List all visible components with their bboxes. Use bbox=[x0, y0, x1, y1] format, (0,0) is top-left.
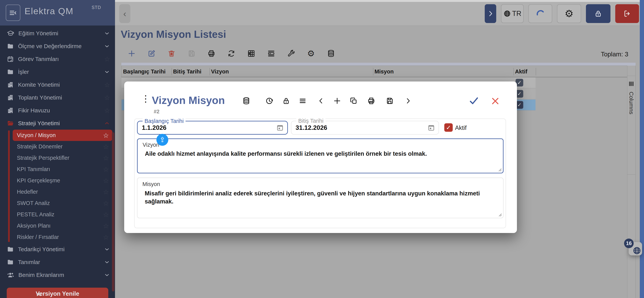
sidebar-item-tanimlar[interactable]: Tanımlar bbox=[0, 256, 115, 268]
sidebar-subitem-hedefler[interactable]: Hedefler☆ bbox=[13, 186, 112, 197]
settings-button[interactable]: ⚙ bbox=[307, 49, 315, 58]
sidebar-item-label: Ölçme ve Değerlendirme bbox=[18, 43, 82, 50]
column-divider[interactable] bbox=[210, 68, 210, 75]
menu-collapse-button[interactable] bbox=[6, 5, 20, 21]
favorite-star-icon[interactable]: ☆ bbox=[103, 166, 109, 173]
close-button[interactable] bbox=[491, 97, 500, 106]
favorite-star-icon[interactable]: ☆ bbox=[103, 234, 109, 240]
logout-button[interactable] bbox=[615, 4, 639, 23]
database-button[interactable] bbox=[242, 97, 251, 105]
favorite-star[interactable]: ☆ bbox=[104, 107, 110, 114]
add-button[interactable] bbox=[333, 97, 342, 105]
favorite-star-icon[interactable]: ☆ bbox=[103, 155, 109, 161]
copy-button[interactable] bbox=[349, 97, 358, 105]
calendar-icon[interactable] bbox=[428, 124, 435, 132]
start-date-field[interactable]: Başlangıç Tarihi 1.1.2026 bbox=[137, 121, 288, 135]
favorite-star-icon[interactable]: ☆ bbox=[103, 143, 109, 150]
favorite-star-icon[interactable]: ☆ bbox=[103, 177, 109, 184]
favorite-star-icon[interactable]: ☆ bbox=[103, 189, 109, 195]
favorite-star[interactable]: ☆ bbox=[104, 56, 110, 62]
excel-export-button[interactable] bbox=[247, 49, 256, 58]
end-date-field[interactable]: Bitiş Tarihi 31.12.2026 bbox=[291, 121, 439, 135]
add-button[interactable] bbox=[127, 49, 136, 58]
print-icon bbox=[208, 50, 216, 58]
sidebar-scrollbar[interactable] bbox=[112, 132, 114, 291]
sidebar-item-strateji-yonetimi[interactable]: Strateji Yönetimi bbox=[0, 117, 115, 130]
history-button[interactable] bbox=[265, 97, 274, 105]
sidebar-subitem-kpi-gerseklesme[interactable]: KPI Gerçekleşme☆ bbox=[13, 175, 112, 186]
menu-button[interactable] bbox=[298, 97, 307, 105]
chevron-left-button[interactable] bbox=[317, 97, 326, 105]
print-button[interactable] bbox=[367, 97, 376, 105]
tools-icon bbox=[287, 50, 295, 58]
sidebar-item-toplanti-yonetimi[interactable]: Toplantı Yönetimi☆ bbox=[0, 91, 115, 104]
notification-badge[interactable]: 16 bbox=[624, 238, 634, 248]
folder-icon bbox=[7, 259, 14, 265]
column-divider[interactable] bbox=[536, 68, 536, 75]
add-icon bbox=[333, 97, 341, 105]
sidebar-subitem-kpi-tanimlari[interactable]: KPI Tanımları☆ bbox=[13, 164, 112, 175]
column-divider[interactable] bbox=[373, 68, 373, 75]
edit-button[interactable] bbox=[147, 49, 156, 58]
sidebar-item-benim-ekranlarim[interactable]: Benim Ekranlarım bbox=[0, 268, 115, 281]
sidebar-item-gorev-tanimlari[interactable]: Görev Tanımları☆ bbox=[0, 53, 115, 65]
resize-handle-icon[interactable] bbox=[498, 168, 502, 172]
mission-textarea[interactable]: Misyon Misafir geri bildirimlerini anali… bbox=[137, 178, 504, 218]
loading-button[interactable] bbox=[528, 4, 552, 23]
kebab-menu-icon[interactable]: ⋮ bbox=[141, 94, 150, 104]
favorite-star[interactable]: ☆ bbox=[104, 82, 110, 88]
scroll-top-badge[interactable]: ⇪ bbox=[156, 134, 168, 146]
sidebar-item-eiitim-yonetimi[interactable]: Eğitim Yönetimi bbox=[0, 27, 115, 40]
refresh-button[interactable] bbox=[227, 49, 236, 58]
favorite-star-icon[interactable]: ☆ bbox=[103, 200, 109, 206]
favorite-star[interactable]: ☆ bbox=[104, 94, 110, 101]
print-button[interactable] bbox=[207, 49, 216, 58]
sidebar-header: Elektra QM STD bbox=[0, 0, 115, 26]
aktif-checkbox[interactable]: ✓ bbox=[444, 123, 453, 132]
resize-handle-icon[interactable] bbox=[498, 213, 502, 217]
sidebar-subitem-aksiyon-plani[interactable]: Aksiyon Planı☆ bbox=[13, 220, 112, 231]
favorite-star-icon[interactable]: ☆ bbox=[103, 223, 109, 229]
chevron-right-icon bbox=[487, 10, 494, 18]
save-button[interactable] bbox=[385, 97, 394, 105]
lock-button[interactable] bbox=[282, 97, 290, 105]
sidebar-item-i-sler[interactable]: İşler bbox=[0, 65, 115, 78]
sidebar-subitem-swot-analiz[interactable]: SWOT Analiz☆ bbox=[13, 197, 112, 209]
collapse-panel-button[interactable]: ‹ bbox=[119, 4, 130, 23]
column-header-aktif[interactable]: Aktif bbox=[515, 66, 527, 78]
sidebar-item-fikir-havuzu[interactable]: Fikir Havuzu☆ bbox=[0, 104, 115, 117]
database-button[interactable] bbox=[326, 49, 335, 58]
confirm-button[interactable] bbox=[468, 95, 479, 106]
sidebar-subitem-stratejik-donemler[interactable]: Stratejik Dönemler☆ bbox=[13, 141, 112, 152]
delete-button[interactable] bbox=[167, 49, 176, 58]
column-divider[interactable] bbox=[172, 68, 172, 75]
save-button[interactable] bbox=[187, 49, 196, 58]
chevron-right-button[interactable] bbox=[404, 97, 412, 105]
history-icon bbox=[265, 97, 273, 105]
vision-textarea[interactable]: Vizyon Aile odaklı hizmet anlayışında ka… bbox=[137, 138, 504, 173]
row-layout-button[interactable] bbox=[267, 49, 276, 58]
column-header-baslangis-tarihi[interactable]: Başlangıç Tarihi bbox=[123, 66, 166, 78]
tools-button[interactable] bbox=[287, 49, 295, 58]
sidebar-item-olsme-ve-deierlendirme[interactable]: Ölçme ve Değerlendirme bbox=[0, 40, 115, 53]
top-bar: ‹ TR⚙ bbox=[115, 2, 644, 26]
language-button[interactable]: TR bbox=[501, 4, 524, 23]
column-header-misyon[interactable]: Misyon bbox=[374, 66, 394, 78]
lock-button[interactable] bbox=[586, 4, 610, 23]
sidebar-item-tedariksi-yonetimi[interactable]: Tedarikçi Yönetimi bbox=[0, 243, 115, 256]
column-header-vizyon[interactable]: Vizyon bbox=[211, 66, 229, 78]
column-chooser-tab[interactable]: Columns bbox=[627, 76, 636, 174]
column-header-bitis-tarihi[interactable]: Bitiş Tarihi bbox=[173, 66, 202, 78]
favorite-star-icon[interactable]: ☆ bbox=[103, 132, 109, 139]
favorite-star-icon[interactable]: ☆ bbox=[103, 211, 109, 218]
settings-button[interactable]: ⚙ bbox=[557, 4, 581, 23]
sidebar-subitem-stratejik-perspektifler[interactable]: Stratejik Perspektifler☆ bbox=[13, 152, 112, 164]
expand-panel-button[interactable] bbox=[485, 4, 496, 23]
calendar-icon[interactable] bbox=[276, 124, 284, 132]
refresh-version-button[interactable]: Versiyon Yenile bbox=[7, 288, 108, 298]
sidebar-subitem-vizyon-misyon[interactable]: Vizyon / Misyon☆ bbox=[13, 130, 112, 141]
sidebar-subitem-pestel-analiz[interactable]: PESTEL Analiz☆ bbox=[13, 209, 112, 220]
sidebar-item-komite-yonetimi[interactable]: Komite Yönetimi☆ bbox=[0, 78, 115, 91]
sidebar-subitem-riskler-firsatlar[interactable]: Riskler / Fırsatlar☆ bbox=[13, 231, 112, 243]
column-divider[interactable] bbox=[514, 68, 514, 75]
